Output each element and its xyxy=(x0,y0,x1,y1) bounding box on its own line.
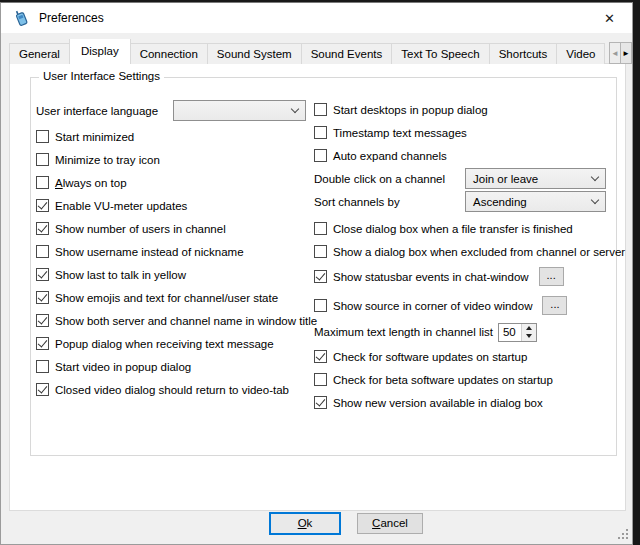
checkbox[interactable] xyxy=(314,299,327,312)
check-show-user-count[interactable]: Show number of users in channel xyxy=(36,217,312,240)
checkbox[interactable] xyxy=(36,291,49,304)
resize-grip[interactable] xyxy=(617,528,629,540)
statusbar-events-browse-button[interactable]: ... xyxy=(539,267,564,286)
checkbox-label: Close dialog box when a file transfer is… xyxy=(333,223,573,235)
checkbox[interactable] xyxy=(314,373,327,386)
close-button[interactable]: ✕ xyxy=(587,3,632,33)
checkbox[interactable] xyxy=(314,245,327,258)
double-click-combobox[interactable]: Join or leave xyxy=(465,168,606,189)
checkbox-label: Show last to talk in yellow xyxy=(55,269,186,281)
chevron-down-icon xyxy=(591,195,599,203)
title-bar: Preferences ✕ xyxy=(1,3,632,33)
checkbox-label: Show username instead of nickname xyxy=(55,246,244,258)
sort-channels-value: Ascending xyxy=(473,196,527,208)
max-text-length-label: Maximum text length in channel list xyxy=(314,326,493,338)
check-beta-updates[interactable]: Check for beta software updates on start… xyxy=(314,368,624,391)
check-minimize-to-tray[interactable]: Minimize to tray icon xyxy=(36,148,312,171)
check-last-to-talk[interactable]: Show last to talk in yellow xyxy=(36,263,312,286)
video-source-browse-button[interactable]: ... xyxy=(542,296,567,315)
check-emojis[interactable]: Show emojis and text for channel/user st… xyxy=(36,286,312,309)
checkbox[interactable] xyxy=(314,222,327,235)
tab-text-to-speech[interactable]: Text To Speech xyxy=(391,43,489,64)
check-close-on-transfer[interactable]: Close dialog box when a file transfer is… xyxy=(314,217,624,240)
tab-shortcuts[interactable]: Shortcuts xyxy=(489,43,558,64)
checkbox[interactable] xyxy=(36,153,49,166)
checkbox[interactable] xyxy=(36,383,49,396)
checkbox[interactable] xyxy=(314,396,327,409)
tab-strip: General Display Connection Sound System … xyxy=(9,39,610,64)
tab-connection[interactable]: Connection xyxy=(130,43,208,64)
check-desktops-popup[interactable]: Start desktops in popup dialog xyxy=(314,98,624,121)
chevron-down-icon xyxy=(291,104,299,112)
scroll-left-icon: ◄ xyxy=(611,49,619,58)
language-label: User interface language xyxy=(36,105,173,117)
check-new-version-dialog[interactable]: Show new version available in dialog box xyxy=(314,391,624,414)
tab-scroll-right-button[interactable]: ► xyxy=(620,42,632,64)
sort-channels-label: Sort channels by xyxy=(314,196,465,208)
checkbox-label: Show both server and channel name in win… xyxy=(55,315,317,327)
check-vu-meter[interactable]: Enable VU-meter updates xyxy=(36,194,312,217)
checkbox-label: Enable VU-meter updates xyxy=(55,200,187,212)
checkbox[interactable] xyxy=(36,268,49,281)
check-auto-expand[interactable]: Auto expand channels xyxy=(314,144,624,167)
checkbox[interactable] xyxy=(36,360,49,373)
double-click-value: Join or leave xyxy=(473,173,538,185)
checkbox[interactable] xyxy=(36,199,49,212)
spinner-buttons xyxy=(521,324,536,341)
spinner-up-icon xyxy=(526,326,532,330)
max-text-length-spinner[interactable]: 50 xyxy=(498,323,537,342)
max-text-length-row: Maximum text length in channel list 50 xyxy=(314,319,624,345)
check-timestamp-messages[interactable]: Timestamp text messages xyxy=(314,121,624,144)
tab-general[interactable]: General xyxy=(9,43,70,64)
left-column: User interface language Start minimized … xyxy=(36,96,312,401)
checkbox[interactable] xyxy=(36,176,49,189)
checkbox[interactable] xyxy=(36,245,49,258)
checkbox-label: Closed video dialog should return to vid… xyxy=(55,384,289,396)
checkbox-label: Show statusbar events in chat-window xyxy=(333,271,529,283)
spinner-down-button[interactable] xyxy=(521,332,536,341)
checkbox-label: Show source in corner of video window xyxy=(333,300,532,312)
tab-sound-events[interactable]: Sound Events xyxy=(301,43,393,64)
checkbox[interactable] xyxy=(314,270,327,283)
max-text-length-value[interactable]: 50 xyxy=(499,324,521,341)
user-interface-settings-group: User Interface Settings User interface l… xyxy=(30,77,617,456)
preferences-dialog: Preferences ✕ General Display Connection… xyxy=(0,2,633,545)
check-show-username[interactable]: Show username instead of nickname xyxy=(36,240,312,263)
check-start-minimized[interactable]: Start minimized xyxy=(36,125,312,148)
window-title: Preferences xyxy=(39,11,104,25)
checkbox-label: Show new version available in dialog box xyxy=(333,397,543,409)
checkbox-label: Show a dialog box when excluded from cha… xyxy=(333,246,625,258)
check-software-updates[interactable]: Check for software updates on startup xyxy=(314,345,624,368)
check-video-popup[interactable]: Start video in popup dialog xyxy=(36,355,312,378)
cancel-button-label: Cancel xyxy=(358,514,422,533)
sort-channels-combobox[interactable]: Ascending xyxy=(465,191,606,212)
ok-button[interactable]: Ok xyxy=(269,512,341,535)
checkbox[interactable] xyxy=(36,222,49,235)
check-excluded-dialog[interactable]: Show a dialog box when excluded from cha… xyxy=(314,240,624,263)
chevron-down-icon xyxy=(591,172,599,180)
tab-sound-system[interactable]: Sound System xyxy=(207,43,302,64)
language-combobox[interactable] xyxy=(173,100,306,121)
tab-display[interactable]: Display xyxy=(69,39,131,64)
app-icon xyxy=(12,9,30,27)
checkbox[interactable] xyxy=(314,126,327,139)
checkbox[interactable] xyxy=(314,149,327,162)
check-popup-text-message[interactable]: Popup dialog when receiving text message xyxy=(36,332,312,355)
checkbox[interactable] xyxy=(36,337,49,350)
video-source-row: Show source in corner of video window ..… xyxy=(314,292,624,319)
ok-button-label: Ok xyxy=(271,514,339,533)
checkbox[interactable] xyxy=(314,350,327,363)
checkbox[interactable] xyxy=(36,130,49,143)
display-tab-panel: User Interface Settings User interface l… xyxy=(9,63,626,511)
tab-video[interactable]: Video xyxy=(556,43,605,64)
cancel-button[interactable]: Cancel xyxy=(357,513,423,534)
checkbox[interactable] xyxy=(314,103,327,116)
checkbox-label: Check for beta software updates on start… xyxy=(333,374,553,386)
check-always-on-top[interactable]: Always on top xyxy=(36,171,312,194)
checkbox-label: Auto expand channels xyxy=(333,150,447,162)
close-icon: ✕ xyxy=(604,11,615,26)
check-server-channel-title[interactable]: Show both server and channel name in win… xyxy=(36,309,312,332)
checkbox[interactable] xyxy=(36,314,49,327)
spinner-up-button[interactable] xyxy=(521,324,536,333)
check-closed-video-return[interactable]: Closed video dialog should return to vid… xyxy=(36,378,312,401)
